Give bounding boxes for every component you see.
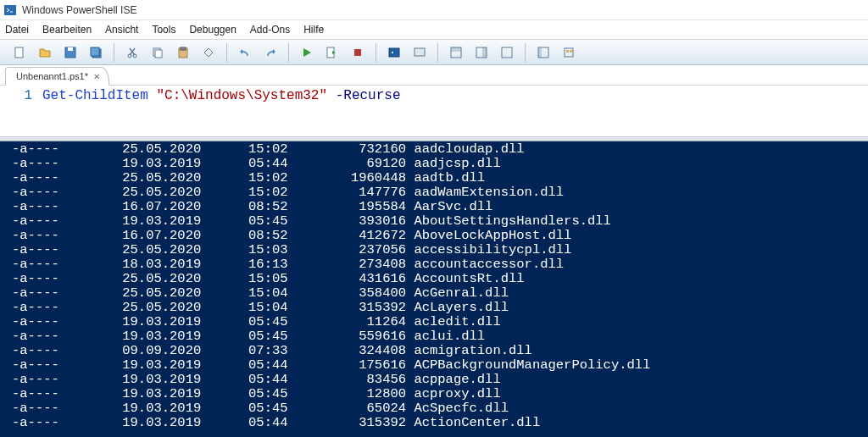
- svg-rect-17: [451, 47, 461, 52]
- clear-icon[interactable]: [199, 43, 218, 62]
- svg-rect-15: [415, 48, 425, 56]
- svg-rect-22: [538, 47, 542, 58]
- svg-rect-11: [181, 47, 186, 50]
- svg-rect-5: [91, 47, 99, 56]
- line-number-gutter: 1: [0, 86, 42, 136]
- svg-rect-24: [566, 50, 569, 53]
- toolbar-separator: [226, 43, 227, 62]
- svg-rect-13: [354, 49, 361, 56]
- remote-icon[interactable]: [410, 43, 429, 62]
- tab-close-icon[interactable]: ✕: [93, 72, 100, 81]
- show-command-icon[interactable]: [534, 43, 553, 62]
- menu-bearbeiten[interactable]: Bearbeiten: [42, 24, 92, 36]
- menu-add-ons[interactable]: Add-Ons: [250, 24, 290, 36]
- run-icon[interactable]: [298, 43, 316, 62]
- window-title: Windows PowerShell ISE: [22, 4, 136, 16]
- svg-rect-1: [15, 47, 23, 58]
- toolbar-separator: [376, 43, 376, 62]
- menu-hilfe[interactable]: Hilfe: [303, 24, 324, 36]
- show-script-pane-icon[interactable]: [447, 43, 465, 62]
- menu-debuggen[interactable]: Debuggen: [189, 24, 236, 36]
- open-file-icon[interactable]: [36, 43, 54, 62]
- save-icon[interactable]: [61, 43, 80, 62]
- window-titlebar: Windows PowerShell ISE: [0, 0, 868, 20]
- toolbar: [0, 39, 868, 65]
- console-pane[interactable]: -a---- 25.05.2020 15:02 732160 aadclouda…: [0, 141, 868, 437]
- svg-rect-19: [482, 47, 487, 58]
- redo-icon[interactable]: [261, 43, 280, 62]
- menu-datei[interactable]: Datei: [5, 24, 29, 36]
- svg-rect-25: [570, 50, 572, 53]
- svg-rect-3: [68, 47, 73, 51]
- layout-right-icon[interactable]: [472, 43, 491, 62]
- toolbar-separator: [437, 43, 438, 62]
- run-selection-icon[interactable]: [323, 43, 342, 62]
- script-tab[interactable]: Unbenannt1.ps1* ✕: [5, 67, 109, 86]
- svg-rect-9: [155, 50, 162, 58]
- svg-rect-20: [502, 47, 512, 58]
- tab-label: Unbenannt1.ps1*: [16, 71, 88, 81]
- app-icon: [3, 3, 17, 17]
- toolbar-separator: [288, 43, 289, 62]
- svg-rect-0: [4, 5, 16, 15]
- cut-icon[interactable]: [123, 43, 142, 62]
- menu-tools[interactable]: Tools: [152, 24, 175, 36]
- code-line: Get-ChildItem "C:\Windows\System32" -Rec…: [42, 86, 401, 136]
- toolbar-separator: [525, 43, 526, 62]
- undo-icon[interactable]: [236, 43, 254, 62]
- menubar: Datei Bearbeiten Ansicht Tools Debuggen …: [0, 20, 868, 39]
- toolbar-separator: [114, 43, 114, 62]
- save-all-icon[interactable]: [86, 43, 105, 62]
- stop-icon[interactable]: [348, 43, 367, 62]
- code-cmdlet: Get-ChildItem: [42, 88, 148, 103]
- copy-icon[interactable]: [148, 43, 167, 62]
- new-remote-tab-icon[interactable]: [385, 43, 403, 62]
- paste-icon[interactable]: [174, 43, 192, 62]
- show-addon-icon[interactable]: [559, 43, 578, 62]
- layout-max-icon[interactable]: [498, 43, 516, 62]
- tabstrip: Unbenannt1.ps1* ✕: [0, 65, 868, 86]
- code-string: "C:\Windows\System32": [156, 88, 327, 103]
- script-editor[interactable]: 1 Get-ChildItem "C:\Windows\System32" -R…: [0, 86, 868, 136]
- code-param: -Recurse: [336, 88, 401, 103]
- menu-ansicht[interactable]: Ansicht: [105, 24, 138, 36]
- new-file-icon[interactable]: [10, 43, 29, 62]
